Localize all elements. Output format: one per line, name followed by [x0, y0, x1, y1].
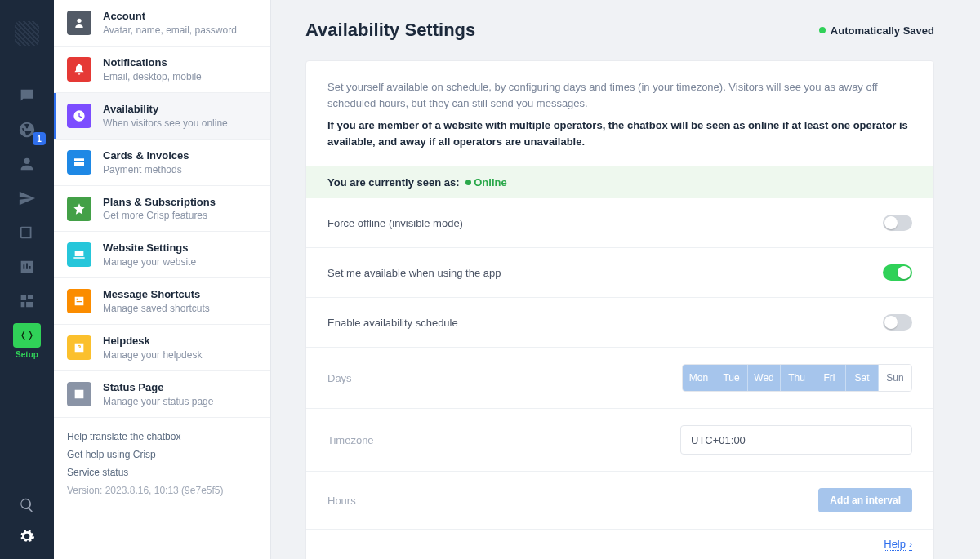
- gear-icon[interactable]: [19, 528, 35, 544]
- sidebar-item-title: Plans & Subscriptions: [103, 196, 216, 210]
- account-icon: [73, 16, 86, 29]
- sidebar-item-availability[interactable]: AvailabilityWhen visitors see you online: [54, 93, 270, 140]
- autosave-indicator: Automatically Saved: [819, 24, 934, 37]
- footer-translate[interactable]: Help translate the chatbox: [67, 431, 257, 442]
- sidebar-item-title: Account: [103, 10, 237, 24]
- chat-icon: [18, 87, 36, 104]
- settings-sidebar: AccountAvatar, name, email, password Not…: [54, 0, 271, 559]
- code-icon: [20, 330, 34, 341]
- sidebar-item-status[interactable]: Status PageManage your status page: [54, 371, 270, 418]
- clock-icon: [73, 109, 86, 122]
- day-sun[interactable]: Sun: [879, 365, 911, 391]
- send-icon: [18, 189, 36, 207]
- sidebar-item-helpdesk[interactable]: HelpdeskManage your helpdesk: [54, 325, 270, 371]
- rail-campaigns[interactable]: [0, 181, 54, 215]
- sidebar-item-title: Website Settings: [103, 242, 196, 255]
- bell-icon: [73, 63, 86, 76]
- day-sat[interactable]: Sat: [846, 365, 879, 391]
- force-offline-toggle[interactable]: [883, 215, 912, 231]
- force-offline-label: Force offline (invisible mode): [327, 217, 463, 229]
- add-interval-button[interactable]: Add an interval: [818, 488, 912, 512]
- grid-icon: [18, 292, 36, 310]
- footer-gethelp[interactable]: Get help using Crisp: [67, 449, 257, 460]
- sidebar-item-sub: Manage saved shortcuts: [103, 303, 210, 314]
- day-mon[interactable]: Mon: [683, 365, 715, 391]
- timezone-label: Timezone: [327, 434, 374, 446]
- shortcut-icon: [73, 295, 86, 308]
- sidebar-item-sub: Manage your website: [103, 256, 196, 268]
- timezone-select[interactable]: UTC+01:00: [680, 425, 912, 455]
- intro-text-1: Set yourself available on schedule, by c…: [327, 79, 912, 111]
- check-icon: [73, 388, 86, 401]
- nav-rail: 1 Setup: [0, 0, 54, 559]
- help-link[interactable]: Help: [884, 538, 906, 551]
- main-content: Availability Settings Automatically Save…: [271, 0, 980, 559]
- footer-status[interactable]: Service status: [67, 467, 257, 478]
- enable-schedule-toggle[interactable]: [883, 314, 912, 331]
- sidebar-item-sub: When visitors see you online: [103, 118, 228, 129]
- chevron-right-icon: ›: [909, 539, 912, 551]
- day-tue[interactable]: Tue: [715, 365, 748, 391]
- sidebar-item-sub: Payment methods: [103, 164, 189, 175]
- sidebar-item-title: Message Shortcuts: [103, 288, 210, 302]
- sidebar-item-plans[interactable]: Plans & SubscriptionsGet more Crisp feat…: [54, 186, 270, 233]
- set-available-label: Set me available when using the app: [327, 267, 501, 279]
- rail-inbox[interactable]: [0, 78, 54, 113]
- rail-setup-label: Setup: [16, 350, 38, 359]
- book-icon: [18, 224, 36, 242]
- seen-as-label: You are currently seen as:: [327, 176, 460, 189]
- rail-setup[interactable]: Setup: [13, 323, 41, 359]
- sidebar-item-title: Status Page: [103, 381, 213, 395]
- sidebar-item-account[interactable]: AccountAvatar, name, email, password: [54, 0, 270, 47]
- availability-card: Set yourself available on schedule, by c…: [305, 60, 934, 559]
- sidebar-item-cards[interactable]: Cards & InvoicesPayment methods: [54, 140, 270, 186]
- laptop-icon: [73, 248, 86, 261]
- intro-text-2: If you are member of a website with mult…: [327, 118, 912, 149]
- day-fri[interactable]: Fri: [813, 365, 846, 391]
- rail-contacts[interactable]: [0, 147, 54, 181]
- rail-analytics[interactable]: [0, 250, 54, 284]
- sidebar-item-sub: Manage your helpdesk: [103, 349, 202, 361]
- chart-icon: [18, 258, 36, 276]
- enable-schedule-label: Enable availability schedule: [327, 317, 458, 329]
- sidebar-item-title: Availability: [103, 103, 228, 117]
- current-status-bar: You are currently seen as: Online: [306, 166, 933, 198]
- visitors-badge: 1: [33, 132, 46, 145]
- sidebar-item-shortcuts[interactable]: Message ShortcutsManage saved shortcuts: [54, 278, 270, 325]
- sidebar-item-sub: Avatar, name, email, password: [103, 24, 237, 36]
- app-logo: [15, 21, 39, 46]
- star-icon: [73, 202, 86, 215]
- days-selector: Mon Tue Wed Thu Fri Sat Sun: [682, 364, 912, 392]
- sidebar-item-title: Helpdesk: [103, 335, 202, 348]
- sidebar-item-title: Cards & Invoices: [103, 149, 189, 163]
- sidebar-item-sub: Email, desktop, mobile: [103, 71, 202, 82]
- seen-as-value: Online: [462, 176, 506, 189]
- footer-version: Version: 2023.8.16, 10:13 (9e7e5f5): [67, 485, 257, 496]
- day-wed[interactable]: Wed: [748, 365, 781, 391]
- page-title: Availability Settings: [305, 20, 475, 41]
- sidebar-item-title: Notifications: [103, 56, 202, 70]
- help-icon: [73, 341, 86, 354]
- sidebar-item-notifications[interactable]: NotificationsEmail, desktop, mobile: [54, 47, 270, 93]
- sidebar-item-sub: Manage your status page: [103, 396, 213, 407]
- card-icon: [73, 156, 86, 169]
- rail-helpdesk[interactable]: [0, 215, 54, 250]
- rail-plugins[interactable]: [0, 284, 54, 318]
- search-icon[interactable]: [19, 497, 35, 513]
- sidebar-footer: Help translate the chatbox Get help usin…: [54, 418, 270, 516]
- set-available-toggle[interactable]: [883, 264, 912, 281]
- user-icon: [18, 155, 36, 173]
- days-label: Days: [327, 372, 352, 384]
- rail-visitors[interactable]: 1: [0, 113, 54, 147]
- sidebar-item-website[interactable]: Website SettingsManage your website: [54, 232, 270, 278]
- day-thu[interactable]: Thu: [781, 365, 813, 391]
- sidebar-item-sub: Get more Crisp features: [103, 210, 216, 221]
- hours-label: Hours: [327, 495, 356, 507]
